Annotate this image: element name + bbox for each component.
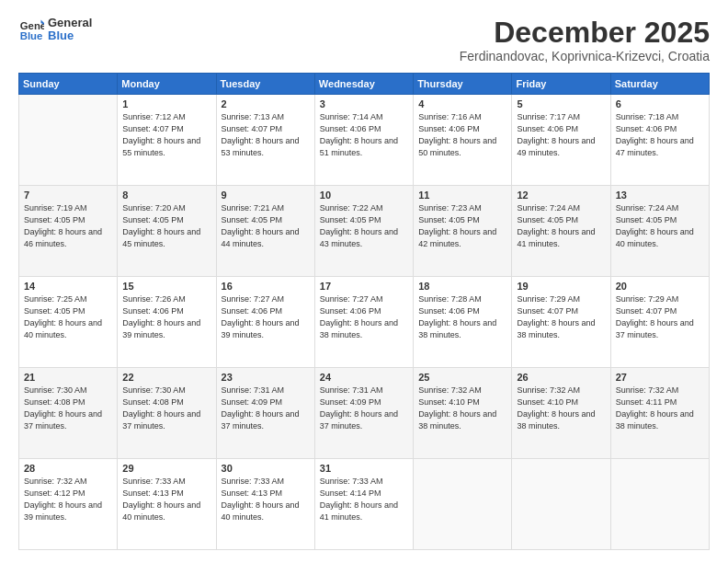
calendar-cell: 18Sunrise: 7:28 AMSunset: 4:06 PMDayligh… [414, 277, 512, 368]
calendar-cell: 30Sunrise: 7:33 AMSunset: 4:13 PMDayligh… [216, 459, 314, 550]
day-info: Sunrise: 7:31 AMSunset: 4:09 PMDaylight:… [320, 385, 408, 432]
day-info: Sunrise: 7:20 AMSunset: 4:05 PMDaylight:… [122, 202, 210, 250]
day-info: Sunrise: 7:30 AMSunset: 4:08 PMDaylight:… [122, 385, 210, 432]
calendar-table: SundayMondayTuesdayWednesdayThursdayFrid… [18, 73, 710, 550]
day-number: 9 [222, 190, 310, 201]
calendar-cell: 29Sunrise: 7:33 AMSunset: 4:13 PMDayligh… [118, 459, 216, 550]
day-number: 12 [517, 190, 605, 201]
day-info: Sunrise: 7:31 AMSunset: 4:09 PMDaylight:… [222, 385, 310, 432]
day-info: Sunrise: 7:33 AMSunset: 4:14 PMDaylight:… [320, 476, 408, 523]
calendar-row: 21Sunrise: 7:30 AMSunset: 4:08 PMDayligh… [19, 368, 710, 459]
day-info: Sunrise: 7:22 AMSunset: 4:05 PMDaylight:… [320, 202, 408, 250]
weekday-header-sunday: Sunday [19, 74, 118, 95]
day-info: Sunrise: 7:26 AMSunset: 4:06 PMDaylight:… [122, 293, 210, 341]
calendar-page: General Blue General Blue December 2025 … [0, 0, 728, 563]
logo-icon: General Blue [18, 17, 44, 42]
calendar-cell: 4Sunrise: 7:16 AMSunset: 4:06 PMDaylight… [414, 95, 512, 186]
location-subtitle: Ferdinandovac, Koprivnica-Krizevci, Croa… [460, 49, 710, 63]
calendar-cell: 22Sunrise: 7:30 AMSunset: 4:08 PMDayligh… [118, 368, 216, 459]
calendar-cell: 25Sunrise: 7:32 AMSunset: 4:10 PMDayligh… [414, 368, 512, 459]
day-number: 15 [122, 281, 210, 292]
calendar-cell: 26Sunrise: 7:32 AMSunset: 4:10 PMDayligh… [512, 368, 610, 459]
day-number: 3 [320, 98, 408, 109]
day-number: 14 [24, 281, 112, 292]
weekday-header-wednesday: Wednesday [314, 74, 413, 95]
day-info: Sunrise: 7:27 AMSunset: 4:06 PMDaylight:… [222, 293, 310, 341]
calendar-cell: 17Sunrise: 7:27 AMSunset: 4:06 PMDayligh… [314, 277, 413, 368]
day-info: Sunrise: 7:25 AMSunset: 4:05 PMDaylight:… [24, 293, 112, 341]
calendar-cell: 2Sunrise: 7:13 AMSunset: 4:07 PMDaylight… [216, 95, 314, 186]
calendar-cell: 11Sunrise: 7:23 AMSunset: 4:05 PMDayligh… [414, 186, 512, 277]
day-number: 28 [24, 463, 112, 474]
weekday-header-row: SundayMondayTuesdayWednesdayThursdayFrid… [19, 74, 710, 95]
day-info: Sunrise: 7:30 AMSunset: 4:08 PMDaylight:… [24, 385, 112, 432]
day-number: 21 [24, 372, 112, 383]
day-info: Sunrise: 7:32 AMSunset: 4:10 PMDaylight:… [418, 385, 506, 432]
day-info: Sunrise: 7:28 AMSunset: 4:06 PMDaylight:… [418, 293, 506, 341]
calendar-cell: 27Sunrise: 7:32 AMSunset: 4:11 PMDayligh… [610, 368, 709, 459]
calendar-cell: 21Sunrise: 7:30 AMSunset: 4:08 PMDayligh… [19, 368, 118, 459]
day-number: 1 [122, 98, 210, 109]
day-info: Sunrise: 7:21 AMSunset: 4:05 PMDaylight:… [222, 202, 310, 250]
title-block: December 2025 Ferdinandovac, Koprivnica-… [460, 17, 710, 63]
month-title: December 2025 [460, 17, 710, 49]
day-number: 19 [517, 281, 605, 292]
day-number: 11 [418, 190, 506, 201]
day-info: Sunrise: 7:32 AMSunset: 4:11 PMDaylight:… [616, 385, 704, 432]
day-number: 25 [418, 372, 506, 383]
calendar-cell: 12Sunrise: 7:24 AMSunset: 4:05 PMDayligh… [512, 186, 610, 277]
day-info: Sunrise: 7:13 AMSunset: 4:07 PMDaylight:… [222, 111, 310, 159]
calendar-cell: 3Sunrise: 7:14 AMSunset: 4:06 PMDaylight… [314, 95, 413, 186]
calendar-cell [512, 459, 610, 550]
day-info: Sunrise: 7:32 AMSunset: 4:10 PMDaylight:… [517, 385, 605, 432]
weekday-header-monday: Monday [118, 74, 216, 95]
calendar-row: 7Sunrise: 7:19 AMSunset: 4:05 PMDaylight… [19, 186, 710, 277]
day-info: Sunrise: 7:17 AMSunset: 4:06 PMDaylight:… [517, 111, 605, 159]
calendar-cell: 14Sunrise: 7:25 AMSunset: 4:05 PMDayligh… [19, 277, 118, 368]
day-number: 2 [222, 98, 310, 109]
day-info: Sunrise: 7:16 AMSunset: 4:06 PMDaylight:… [418, 111, 506, 159]
calendar-cell: 9Sunrise: 7:21 AMSunset: 4:05 PMDaylight… [216, 186, 314, 277]
day-info: Sunrise: 7:24 AMSunset: 4:05 PMDaylight:… [616, 202, 704, 250]
day-info: Sunrise: 7:24 AMSunset: 4:05 PMDaylight:… [517, 202, 605, 250]
calendar-cell [414, 459, 512, 550]
calendar-cell: 5Sunrise: 7:17 AMSunset: 4:06 PMDaylight… [512, 95, 610, 186]
day-info: Sunrise: 7:12 AMSunset: 4:07 PMDaylight:… [122, 111, 210, 159]
weekday-header-tuesday: Tuesday [216, 74, 314, 95]
day-info: Sunrise: 7:32 AMSunset: 4:12 PMDaylight:… [24, 476, 112, 523]
calendar-cell: 24Sunrise: 7:31 AMSunset: 4:09 PMDayligh… [314, 368, 413, 459]
day-number: 23 [222, 372, 310, 383]
day-number: 31 [320, 463, 408, 474]
calendar-cell: 15Sunrise: 7:26 AMSunset: 4:06 PMDayligh… [118, 277, 216, 368]
calendar-cell [19, 95, 118, 186]
calendar-cell: 19Sunrise: 7:29 AMSunset: 4:07 PMDayligh… [512, 277, 610, 368]
calendar-cell: 20Sunrise: 7:29 AMSunset: 4:07 PMDayligh… [610, 277, 709, 368]
calendar-row: 28Sunrise: 7:32 AMSunset: 4:12 PMDayligh… [19, 459, 710, 550]
day-number: 30 [222, 463, 310, 474]
calendar-cell: 16Sunrise: 7:27 AMSunset: 4:06 PMDayligh… [216, 277, 314, 368]
logo: General Blue General Blue [18, 17, 92, 43]
day-info: Sunrise: 7:27 AMSunset: 4:06 PMDaylight:… [320, 293, 408, 341]
logo-blue: Blue [48, 29, 92, 42]
day-number: 4 [418, 98, 506, 109]
weekday-header-thursday: Thursday [414, 74, 512, 95]
weekday-header-saturday: Saturday [610, 74, 709, 95]
logo-general: General [48, 17, 92, 29]
day-number: 17 [320, 281, 408, 292]
day-info: Sunrise: 7:14 AMSunset: 4:06 PMDaylight:… [320, 111, 408, 159]
day-info: Sunrise: 7:19 AMSunset: 4:05 PMDaylight:… [24, 202, 112, 250]
calendar-cell: 23Sunrise: 7:31 AMSunset: 4:09 PMDayligh… [216, 368, 314, 459]
day-number: 6 [616, 98, 704, 109]
header: General Blue General Blue December 2025 … [18, 17, 710, 63]
day-number: 27 [616, 372, 704, 383]
day-number: 7 [24, 190, 112, 201]
calendar-cell [610, 459, 709, 550]
calendar-cell: 31Sunrise: 7:33 AMSunset: 4:14 PMDayligh… [314, 459, 413, 550]
day-number: 16 [222, 281, 310, 292]
svg-text:Blue: Blue [20, 30, 43, 41]
day-number: 10 [320, 190, 408, 201]
calendar-row: 14Sunrise: 7:25 AMSunset: 4:05 PMDayligh… [19, 277, 710, 368]
calendar-cell: 13Sunrise: 7:24 AMSunset: 4:05 PMDayligh… [610, 186, 709, 277]
day-number: 26 [517, 372, 605, 383]
calendar-cell: 7Sunrise: 7:19 AMSunset: 4:05 PMDaylight… [19, 186, 118, 277]
